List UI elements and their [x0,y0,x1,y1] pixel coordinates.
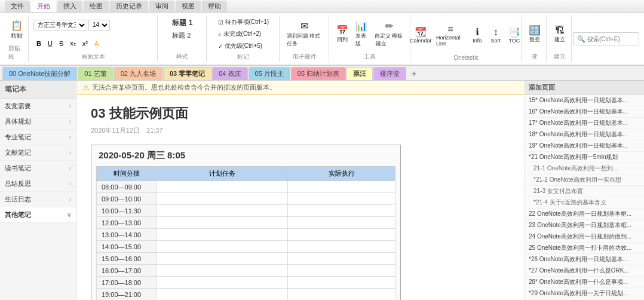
exec-cell[interactable] [288,265,395,277]
schedule-row: 08:00—09:00 [97,181,395,193]
exec-cell[interactable] [288,289,395,301]
menu-view[interactable]: 视图 [176,1,201,12]
exec-cell[interactable] [288,229,395,241]
exec-cell[interactable] [288,217,395,229]
tab-page-03[interactable]: 03 零零笔记 [163,67,211,80]
right-panel-item[interactable]: 16* OneNote高效利用一日规划基本... [525,106,644,118]
task-cell[interactable] [157,205,288,217]
right-panel-item[interactable]: 28* OneNote高效利用一什么是事项... [525,277,644,288]
right-panel-item[interactable]: 25 OneNote高效利用一打卡用的功效... [525,243,644,254]
task-cell[interactable] [157,181,288,193]
template-button[interactable]: ✏ 自定义 模板·建立 [372,19,406,48]
highlight-button[interactable]: A [91,38,102,48]
build-button[interactable]: 🏗 建立 [551,23,568,45]
tab-page-02[interactable]: 02 九人名场 [114,67,162,80]
right-panel-item[interactable]: 24 OneNote高效利用一日规划的做到... [525,231,644,243]
menu-review[interactable]: 审阅 [149,1,174,12]
tab-page-purple[interactable]: 楼序堂 [373,67,406,80]
right-panel-item[interactable]: *29 OneNote高效利用一关于日规划... [525,288,644,299]
tab-page-04[interactable]: 04 祝庄 [212,67,247,80]
sidebar-label-1: 具体规划 [5,117,31,126]
calendar-button[interactable]: 📆 Calendar [410,25,432,45]
heading1-button[interactable]: 标题 1 [170,17,195,29]
right-panel-item[interactable]: *21-4 关于c近路的基本含义 [525,197,644,209]
sidebar-item-4[interactable]: 读书笔记 › [0,161,76,176]
menu-file[interactable]: 文件 [5,1,30,12]
right-panel-item[interactable]: 19* OneNote高效利用一日规划基本... [525,140,644,152]
menu-insert[interactable]: 插入 [57,1,82,12]
bold-button[interactable]: B [33,38,44,48]
menu-history[interactable]: 历史记录 [110,1,148,12]
superscript-button[interactable]: x² [79,38,91,48]
exec-cell[interactable] [288,241,395,253]
back-button[interactable]: 📅 回到 [334,23,351,45]
exec-cell[interactable] [288,181,395,193]
tab-page-05[interactable]: 05 片段主 [249,67,290,80]
right-panel-item[interactable]: 18* OneNote高效利用一日规划基本... [525,129,644,140]
priority-button[interactable]: ✓ 优先级(Ctrl+5) [216,41,265,51]
tags-label: 标记 [237,53,249,61]
sidebar-label-7: 其他笔记 [5,210,31,219]
menu-home[interactable]: 开始 [31,1,56,12]
right-panel-item[interactable]: 21-1 OneNote高效利用一想到... [525,163,644,175]
right-panel-item[interactable]: *21 OneNote高效利用一5min规划 [525,152,644,163]
exec-cell[interactable] [288,277,395,289]
incomplete-button[interactable]: ○ 未完成(Ctrl+2) [216,29,264,39]
incomplete-label: 未完成(Ctrl+2) [223,30,262,38]
right-panel-item[interactable]: *26 OneNote高效利用一日规划基本... [525,254,644,265]
publish-button[interactable]: 📊 发表版 [353,19,370,48]
tab-page-06[interactable]: 05 归纳计划表 [291,67,346,80]
sidebar-item-0[interactable]: 发觉需要 › [0,99,76,114]
bian-button[interactable]: 🔠 整变 [526,23,543,45]
font-size-select[interactable]: 14 [88,20,110,30]
right-panel-item[interactable]: 15* OneNote高效利用一日规划基本... [525,95,644,106]
tab-page-special[interactable]: 票汪 [346,67,373,80]
sidebar-item-1[interactable]: 具体规划 › [0,114,76,130]
task-cell[interactable] [157,253,288,265]
menu-draw[interactable]: 绘图 [84,1,109,12]
warning-text: 无法合并某些页面。思也此处检查含今合并的据改的页面版本。 [92,83,276,92]
search-input[interactable] [587,36,635,42]
ribbon: 📋 粘贴 剪贴板 方正三号华文三号 14 B U S x₂ [0,13,644,66]
sidebar-item-7[interactable]: 其他笔记 ∨ [0,207,76,223]
subscript-button[interactable]: x₂ [67,38,79,48]
exec-cell[interactable] [288,253,395,265]
task-cell[interactable] [157,277,288,289]
task-cell[interactable] [157,241,288,253]
right-panel-item[interactable]: *27 OneNote高效利用一什么是ORK... [525,265,644,277]
task-cell[interactable] [157,217,288,229]
sidebar-item-2[interactable]: 专业笔记 › [0,130,76,145]
right-panel-item[interactable]: 22 OneNote高效利用一日规划基本框... [525,209,644,220]
sidebar-item-5[interactable]: 总结反思 › [0,176,76,192]
right-panel-item[interactable]: 21-3 女艾付总布置 [525,186,644,197]
sidebar-item-3[interactable]: 文献笔记 › [0,145,76,161]
todo-button[interactable]: ☑ 待办事项(Ctrl+1) [216,17,272,27]
task-cell[interactable] [157,289,288,301]
sidebar-item-6[interactable]: 生活日志 › [0,192,76,207]
toc-button[interactable]: 📑 TOC [506,25,523,45]
tab-page-00[interactable]: 00 OneNote技能分解 [2,67,77,80]
font-family-select[interactable]: 方正三号华文三号 [33,20,87,30]
right-panel-item[interactable]: 23 OneNote高效利用一日规划基本框... [525,220,644,231]
menu-help[interactable]: 帮助 [202,1,227,12]
todo-icon: ☑ [218,19,223,26]
hline-button[interactable]: ≡ Horizontal Line [434,22,467,48]
sort-button[interactable]: ↕ Sort [487,25,504,45]
task-cell[interactable] [157,193,288,205]
email-button[interactable]: ✉ 遇到问题 格式任务 [284,19,325,48]
strikethrough-button[interactable]: S [56,38,66,48]
task-cell[interactable] [157,229,288,241]
underline-button[interactable]: U [45,38,56,48]
right-panel-item[interactable]: *21-2 OneNote高效利用一实在想 [525,175,644,186]
exec-cell[interactable] [288,205,395,217]
exec-cell[interactable] [288,193,395,205]
priority-icon: ✓ [218,43,223,50]
paste-button[interactable]: 📋 粘贴 [8,19,25,41]
ribbon-group-tools: 📅 回到 📊 发表版 ✏ 自定义 模板·建立 工具 [330,16,410,62]
add-tab-button[interactable]: + [407,67,421,80]
tab-page-01[interactable]: 01 艺董 [78,67,113,80]
heading2-button[interactable]: 标题 2 [170,30,193,41]
task-cell[interactable] [157,265,288,277]
right-panel-item[interactable]: 17* OneNote高效利用一日规划基本... [525,118,644,129]
info-button[interactable]: ℹ Info [469,25,486,45]
